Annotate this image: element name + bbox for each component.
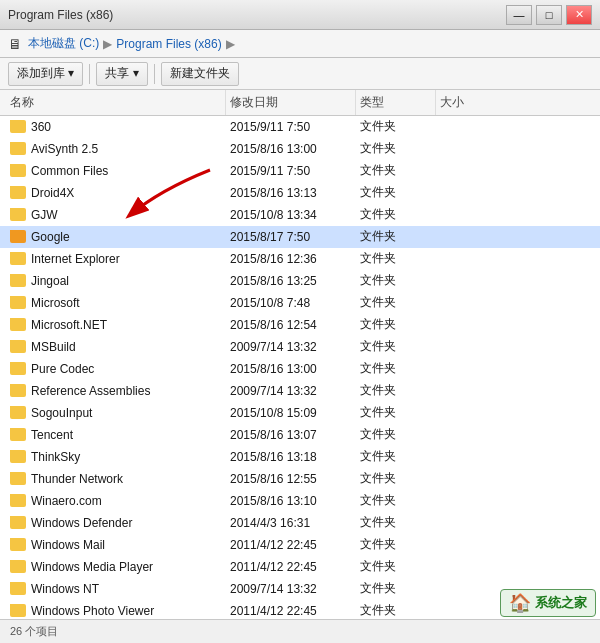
file-name: Windows Defender bbox=[31, 516, 132, 530]
breadcrumb: 本地磁盘 (C:) ▶ Program Files (x86) ▶ bbox=[28, 35, 237, 52]
table-row[interactable]: Google2015/8/17 7:50文件夹 bbox=[0, 226, 600, 248]
table-row[interactable]: Thunder Network2015/8/16 12:55文件夹 bbox=[0, 468, 600, 490]
maximize-button[interactable]: □ bbox=[536, 5, 562, 25]
logo-badge: 🏠 系统之家 bbox=[500, 589, 596, 617]
table-row[interactable]: Droid4X2015/8/16 13:13文件夹 bbox=[0, 182, 600, 204]
file-name: Common Files bbox=[31, 164, 108, 178]
table-row[interactable]: Pure Codec2015/8/16 13:00文件夹 bbox=[0, 358, 600, 380]
file-name: Windows Media Player bbox=[31, 560, 153, 574]
file-name: Windows NT bbox=[31, 582, 99, 596]
folder-icon bbox=[10, 274, 26, 287]
toolbar-separator-2 bbox=[154, 64, 155, 84]
file-name: AviSynth 2.5 bbox=[31, 142, 98, 156]
table-row[interactable]: Microsoft.NET2015/8/16 12:54文件夹 bbox=[0, 314, 600, 336]
title-text: Program Files (x86) bbox=[8, 8, 113, 22]
file-modified: 2014/4/3 16:31 bbox=[226, 516, 356, 530]
table-row[interactable]: Winaero.com2015/8/16 13:10文件夹 bbox=[0, 490, 600, 512]
table-row[interactable]: Tencent2015/8/16 13:07文件夹 bbox=[0, 424, 600, 446]
logo-house-icon: 🏠 bbox=[509, 592, 531, 614]
col-size[interactable]: 大小 bbox=[436, 90, 496, 115]
file-name-cell: Windows NT bbox=[6, 582, 226, 596]
folder-icon bbox=[10, 604, 26, 617]
breadcrumb-local-disk[interactable]: 本地磁盘 (C:) bbox=[28, 35, 99, 52]
file-modified: 2015/8/17 7:50 bbox=[226, 230, 356, 244]
file-type: 文件夹 bbox=[356, 184, 436, 201]
table-row[interactable]: Reference Assemblies2009/7/14 13:32文件夹 bbox=[0, 380, 600, 402]
file-type: 文件夹 bbox=[356, 118, 436, 135]
file-name-cell: Droid4X bbox=[6, 186, 226, 200]
file-modified: 2015/8/16 12:55 bbox=[226, 472, 356, 486]
table-row[interactable]: Microsoft2015/10/8 7:48文件夹 bbox=[0, 292, 600, 314]
file-modified: 2009/7/14 13:32 bbox=[226, 582, 356, 596]
table-row[interactable]: 3602015/9/11 7:50文件夹 bbox=[0, 116, 600, 138]
file-name-cell: Windows Defender bbox=[6, 516, 226, 530]
table-row[interactable]: Jingoal2015/8/16 13:25文件夹 bbox=[0, 270, 600, 292]
file-modified: 2011/4/12 22:45 bbox=[226, 560, 356, 574]
folder-icon bbox=[10, 230, 26, 243]
table-row[interactable]: SogouInput2015/10/8 15:09文件夹 bbox=[0, 402, 600, 424]
column-header: 名称 修改日期 类型 大小 bbox=[0, 90, 600, 116]
file-name: Pure Codec bbox=[31, 362, 94, 376]
file-type: 文件夹 bbox=[356, 426, 436, 443]
close-button[interactable]: ✕ bbox=[566, 5, 592, 25]
file-type: 文件夹 bbox=[356, 338, 436, 355]
file-modified: 2011/4/12 22:45 bbox=[226, 538, 356, 552]
file-modified: 2015/8/16 13:00 bbox=[226, 362, 356, 376]
table-row[interactable]: Windows Mail2011/4/12 22:45文件夹 bbox=[0, 534, 600, 556]
file-modified: 2015/8/16 13:10 bbox=[226, 494, 356, 508]
table-row[interactable]: MSBuild2009/7/14 13:32文件夹 bbox=[0, 336, 600, 358]
title-bar: Program Files (x86) — □ ✕ bbox=[0, 0, 600, 30]
file-name-cell: Tencent bbox=[6, 428, 226, 442]
folder-icon bbox=[10, 252, 26, 265]
file-name: MSBuild bbox=[31, 340, 76, 354]
file-modified: 2015/8/16 13:07 bbox=[226, 428, 356, 442]
table-row[interactable]: Windows Media Player2011/4/12 22:45文件夹 bbox=[0, 556, 600, 578]
file-name: Windows Mail bbox=[31, 538, 105, 552]
folder-icon bbox=[10, 318, 26, 331]
file-name-cell: Pure Codec bbox=[6, 362, 226, 376]
breadcrumb-sep-2: ▶ bbox=[226, 37, 235, 51]
col-modified[interactable]: 修改日期 bbox=[226, 90, 356, 115]
file-name-cell: Google bbox=[6, 230, 226, 244]
file-name-cell: Windows Mail bbox=[6, 538, 226, 552]
file-modified: 2015/9/11 7:50 bbox=[226, 164, 356, 178]
folder-icon bbox=[10, 296, 26, 309]
minimize-button[interactable]: — bbox=[506, 5, 532, 25]
status-bar: 26 个项目 bbox=[0, 619, 600, 643]
table-row[interactable]: ThinkSky2015/8/16 13:18文件夹 bbox=[0, 446, 600, 468]
file-name-cell: ThinkSky bbox=[6, 450, 226, 464]
table-row[interactable]: Common Files2015/9/11 7:50文件夹 bbox=[0, 160, 600, 182]
folder-icon bbox=[10, 472, 26, 485]
file-name: Microsoft.NET bbox=[31, 318, 107, 332]
file-type: 文件夹 bbox=[356, 492, 436, 509]
breadcrumb-sep-1: ▶ bbox=[103, 37, 112, 51]
file-type: 文件夹 bbox=[356, 206, 436, 223]
folder-icon bbox=[10, 538, 26, 551]
col-name[interactable]: 名称 bbox=[6, 90, 226, 115]
file-type: 文件夹 bbox=[356, 536, 436, 553]
window-controls: — □ ✕ bbox=[506, 5, 592, 25]
file-name-cell: Thunder Network bbox=[6, 472, 226, 486]
file-name: Internet Explorer bbox=[31, 252, 120, 266]
folder-icon bbox=[10, 208, 26, 221]
file-modified: 2009/7/14 13:32 bbox=[226, 384, 356, 398]
file-name: Droid4X bbox=[31, 186, 74, 200]
file-type: 文件夹 bbox=[356, 228, 436, 245]
new-folder-button[interactable]: 新建文件夹 bbox=[161, 62, 239, 86]
share-button[interactable]: 共享 ▾ bbox=[96, 62, 147, 86]
add-to-library-button[interactable]: 添加到库 ▾ bbox=[8, 62, 83, 86]
folder-icon bbox=[10, 120, 26, 133]
breadcrumb-program-files[interactable]: Program Files (x86) bbox=[116, 37, 221, 51]
folder-icon bbox=[10, 362, 26, 375]
file-name-cell: Reference Assemblies bbox=[6, 384, 226, 398]
col-type[interactable]: 类型 bbox=[356, 90, 436, 115]
table-row[interactable]: Windows Defender2014/4/3 16:31文件夹 bbox=[0, 512, 600, 534]
table-row[interactable]: GJW2015/10/8 13:34文件夹 bbox=[0, 204, 600, 226]
table-row[interactable]: AviSynth 2.52015/8/16 13:00文件夹 bbox=[0, 138, 600, 160]
file-name-cell: Common Files bbox=[6, 164, 226, 178]
file-name-cell: SogouInput bbox=[6, 406, 226, 420]
file-name-cell: Windows Media Player bbox=[6, 560, 226, 574]
file-modified: 2015/10/8 13:34 bbox=[226, 208, 356, 222]
file-name-cell: Windows Photo Viewer bbox=[6, 604, 226, 618]
table-row[interactable]: Internet Explorer2015/8/16 12:36文件夹 bbox=[0, 248, 600, 270]
